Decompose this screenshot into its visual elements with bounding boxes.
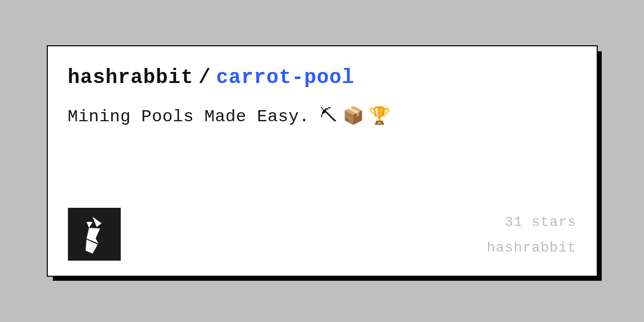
card-inner: hashrabbit / carrot-pool Mining Pools Ma… — [48, 46, 597, 276]
stars-count: 31 stars — [487, 210, 576, 235]
svg-marker-1 — [87, 222, 93, 228]
title-separator: / — [199, 66, 211, 89]
svg-marker-0 — [93, 217, 102, 227]
svg-marker-2 — [87, 228, 100, 238]
rabbit-icon — [76, 214, 112, 255]
description-text: Mining Pools Made Easy. — [68, 107, 310, 126]
description-emojis: ⛏ 📦 🏆 — [320, 106, 390, 125]
repo-title: hashrabbit / carrot-pool — [68, 66, 577, 89]
card-footer: 31 stars hashrabbit — [68, 208, 577, 261]
repo-owner[interactable]: hashrabbit — [68, 66, 194, 89]
repo-card: hashrabbit / carrot-pool Mining Pools Ma… — [47, 45, 598, 277]
author-name: hashrabbit — [487, 235, 576, 261]
avatar[interactable] — [68, 208, 121, 261]
repo-meta: 31 stars hashrabbit — [487, 210, 576, 261]
repo-description: Mining Pools Made Easy. ⛏ 📦 🏆 — [68, 104, 577, 128]
repo-name[interactable]: carrot-pool — [216, 66, 355, 89]
